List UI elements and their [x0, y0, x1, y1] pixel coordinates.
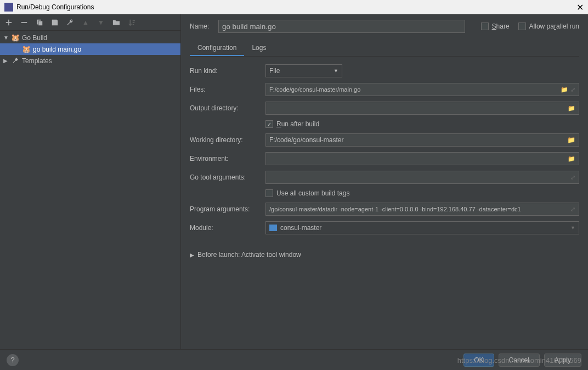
- remove-icon[interactable]: [20, 18, 29, 27]
- browse-icon[interactable]: 📁: [561, 86, 568, 93]
- go-icon: 🐹: [22, 45, 31, 54]
- chevron-right-icon: ▶: [3, 58, 9, 64]
- name-input[interactable]: [218, 20, 465, 33]
- files-label: Files:: [190, 86, 260, 93]
- expand-icon[interactable]: ⤢: [570, 174, 575, 181]
- add-icon[interactable]: [4, 18, 13, 27]
- module-label: Module:: [190, 224, 260, 232]
- module-icon: [269, 225, 277, 231]
- browse-icon[interactable]: 📁: [568, 105, 575, 112]
- tabs: Configuration Logs: [190, 41, 579, 57]
- tree-templates[interactable]: ▶ Templates: [0, 55, 180, 66]
- browse-icon[interactable]: 📁: [567, 136, 575, 144]
- before-launch-label: Before launch: Activate tool window: [197, 251, 301, 259]
- checkbox-icon: [265, 189, 273, 197]
- close-icon[interactable]: ✕: [576, 2, 584, 13]
- wrench-icon: [11, 57, 20, 65]
- run-kind-label: Run kind:: [190, 67, 260, 75]
- use-custom-tags-label: Use all custom build tags: [276, 189, 349, 197]
- share-label: Share: [492, 23, 510, 30]
- up-icon[interactable]: ▲: [81, 18, 90, 27]
- config-tree: ▼ 🐹 Go Build 🐹 go build main.go ▶ Templa…: [0, 31, 180, 349]
- expand-icon[interactable]: ⤢: [570, 206, 575, 213]
- tree-go-build-main[interactable]: 🐹 go build main.go: [0, 43, 180, 55]
- output-dir-label: Output directory:: [190, 104, 260, 112]
- working-dir-label: Working directory:: [190, 136, 260, 144]
- program-args-input[interactable]: /go/consul-master/datadir -node=agent-1 …: [265, 203, 579, 216]
- titlebar: Run/Debug Configurations ✕: [0, 0, 588, 14]
- chevron-right-icon: ▶: [190, 252, 194, 258]
- sidebar-toolbar: ▲ ▼: [0, 14, 180, 31]
- copy-icon[interactable]: [35, 18, 44, 27]
- environment-input[interactable]: 📁: [265, 152, 579, 165]
- tree-go-build[interactable]: ▼ 🐹 Go Build: [0, 32, 180, 43]
- program-args-label: Program arguments:: [190, 205, 260, 213]
- before-launch-section[interactable]: ▶ Before launch: Activate tool window: [190, 251, 579, 259]
- apply-button[interactable]: Apply: [544, 354, 581, 367]
- checkbox-icon: [265, 120, 273, 128]
- chevron-down-icon: ▼: [333, 68, 338, 74]
- sidebar: ▲ ▼ ▼ 🐹 Go Build 🐹 go build main.go ▶ Te…: [0, 14, 181, 349]
- use-custom-tags-checkbox[interactable]: Use all custom build tags: [265, 189, 349, 197]
- app-icon: [4, 3, 13, 12]
- window-title: Run/Debug Configurations: [16, 3, 94, 11]
- help-button[interactable]: ?: [7, 354, 19, 366]
- program-args-value: /go/consul-master/datadir -node=agent-1 …: [269, 206, 521, 212]
- go-tool-args-label: Go tool arguments:: [190, 173, 260, 181]
- module-value: consul-master: [280, 224, 321, 232]
- config-panel: Name: Share Allow parallel run Configura…: [181, 14, 588, 349]
- run-after-build-label: Run after build: [276, 120, 319, 128]
- cancel-button[interactable]: Cancel: [499, 354, 540, 367]
- allow-parallel-checkbox[interactable]: Allow parallel run: [518, 23, 579, 30]
- run-kind-select[interactable]: File ▼: [265, 64, 342, 77]
- run-after-build-checkbox[interactable]: Run after build: [265, 120, 319, 128]
- allow-parallel-label: Allow parallel run: [529, 23, 579, 30]
- save-icon[interactable]: [50, 18, 59, 27]
- checkbox-icon: [518, 23, 526, 30]
- tree-item-label: go build main.go: [33, 46, 81, 53]
- go-tool-args-input[interactable]: ⤢: [265, 171, 579, 184]
- folder-icon[interactable]: [112, 18, 121, 27]
- chevron-down-icon: ▼: [570, 225, 575, 231]
- expand-icon[interactable]: ⤢: [570, 86, 575, 93]
- output-dir-input[interactable]: 📁: [265, 102, 579, 115]
- down-icon[interactable]: ▼: [97, 18, 105, 27]
- tab-logs[interactable]: Logs: [244, 41, 274, 56]
- tree-item-label: Templates: [22, 57, 52, 65]
- sort-icon[interactable]: [127, 18, 136, 27]
- files-input[interactable]: F:/code/go/consul-master/main.go 📁 ⤢: [265, 83, 579, 96]
- working-dir-input[interactable]: F:/code/go/consul-master 📁: [265, 133, 579, 147]
- go-icon: 🐹: [11, 33, 20, 42]
- ok-button[interactable]: OK: [463, 354, 494, 367]
- tab-configuration[interactable]: Configuration: [190, 41, 244, 56]
- wrench-icon[interactable]: [66, 18, 75, 27]
- module-select[interactable]: consul-master ▼: [265, 221, 579, 234]
- checkbox-icon: [481, 23, 489, 30]
- environment-label: Environment:: [190, 155, 260, 162]
- tree-item-label: Go Build: [22, 34, 47, 42]
- files-value: F:/code/go/consul-master/main.go: [269, 86, 360, 93]
- chevron-down-icon: ▼: [3, 35, 9, 41]
- bottom-bar: ? OK Cancel Apply: [0, 349, 588, 370]
- share-checkbox[interactable]: Share: [481, 23, 510, 30]
- browse-icon[interactable]: 📁: [568, 155, 575, 162]
- working-dir-value: F:/code/go/consul-master: [269, 136, 343, 144]
- name-label: Name:: [190, 23, 213, 30]
- run-kind-value: File: [269, 67, 280, 75]
